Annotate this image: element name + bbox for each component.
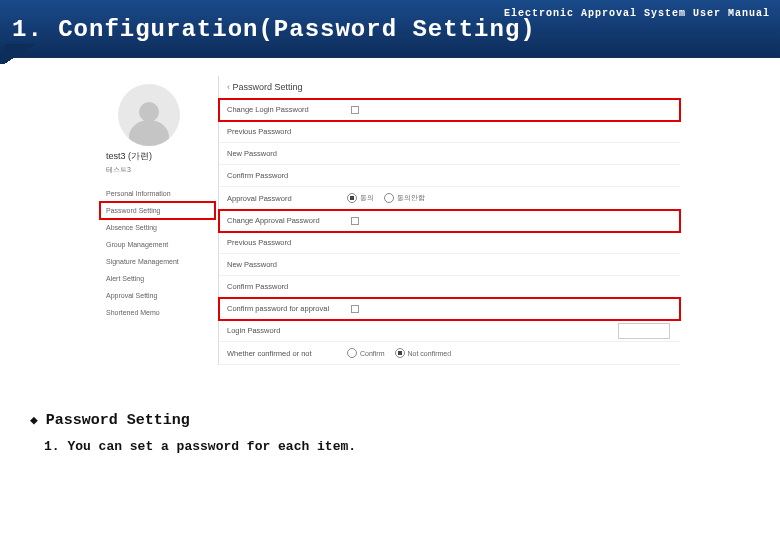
panel-title: Password Setting bbox=[219, 76, 680, 99]
approval-confirm-label: Confirm Password bbox=[227, 282, 347, 291]
radio-label: Confirm bbox=[360, 350, 385, 357]
sidebar-item-personal[interactable]: Personal Information bbox=[100, 185, 215, 202]
notes: Password Setting 1. You can set a passwo… bbox=[30, 412, 356, 454]
approval-new-row: New Password bbox=[219, 254, 680, 276]
whether-confirmed-row: Whether confirmed or not Confirm Not con… bbox=[219, 342, 680, 365]
username: test3 (가련) bbox=[106, 150, 215, 163]
sidebar-item-label: Personal Information bbox=[106, 190, 171, 197]
sidebar-item-alert[interactable]: Alert Setting bbox=[100, 270, 215, 287]
sidebar-item-label: Absence Setting bbox=[106, 224, 157, 231]
sidebar-item-label: Shortened Memo bbox=[106, 309, 160, 316]
whether-radio-2[interactable]: Not confirmed bbox=[395, 348, 452, 358]
sidebar-item-label: Password Setting bbox=[106, 207, 160, 214]
change-login-password-row: Change Login Password bbox=[219, 99, 680, 121]
radio-label: 동의안함 bbox=[397, 193, 425, 203]
embedded-screenshot: test3 (가련) 테스트3 Personal Information Pas… bbox=[100, 76, 680, 408]
settings-panel: Password Setting Change Login Password P… bbox=[218, 76, 680, 365]
confirm-password-approval-label: Confirm password for approval bbox=[227, 304, 347, 313]
approval-password-label: Approval Password bbox=[227, 194, 347, 203]
profile-panel: test3 (가련) 테스트3 Personal Information Pas… bbox=[100, 76, 215, 321]
page-header: 1. Configuration(Password Setting) Elect… bbox=[0, 0, 780, 58]
whether-radio-1[interactable]: Confirm bbox=[347, 348, 385, 358]
side-menu: Personal Information Password Setting Ab… bbox=[100, 185, 215, 321]
sidebar-item-label: Approval Setting bbox=[106, 292, 157, 299]
sidebar-item-group[interactable]: Group Management bbox=[100, 236, 215, 253]
login-prev-label: Previous Password bbox=[227, 127, 347, 136]
login-confirm-row: Confirm Password bbox=[219, 165, 680, 187]
avatar bbox=[118, 84, 180, 146]
approval-radio-2[interactable]: 동의안함 bbox=[384, 193, 425, 203]
notes-heading: Password Setting bbox=[30, 412, 356, 429]
approval-prev-label: Previous Password bbox=[227, 238, 347, 247]
sidebar-item-shortened[interactable]: Shortened Memo bbox=[100, 304, 215, 321]
sidebar-item-absence[interactable]: Absence Setting bbox=[100, 219, 215, 236]
approval-radio-1[interactable]: 동의 bbox=[347, 193, 374, 203]
approval-password-radio-row: Approval Password 동의 동의안함 bbox=[219, 187, 680, 210]
radio-label: 동의 bbox=[360, 193, 374, 203]
change-login-password-label: Change Login Password bbox=[227, 105, 347, 114]
sidebar-item-label: Group Management bbox=[106, 241, 168, 248]
change-login-password-checkbox[interactable] bbox=[351, 106, 359, 114]
page-title: 1. Configuration(Password Setting) bbox=[12, 16, 536, 43]
login-confirm-label: Confirm Password bbox=[227, 171, 347, 180]
change-approval-password-row: Change Approval Password bbox=[219, 210, 680, 232]
approval-confirm-row: Confirm Password bbox=[219, 276, 680, 298]
approval-prev-row: Previous Password bbox=[219, 232, 680, 254]
login-prev-row: Previous Password bbox=[219, 121, 680, 143]
login-new-label: New Password bbox=[227, 149, 347, 158]
approval-new-label: New Password bbox=[227, 260, 347, 269]
login-password-row: Login Password bbox=[219, 320, 680, 342]
radio-label: Not confirmed bbox=[408, 350, 452, 357]
change-approval-password-label: Change Approval Password bbox=[227, 216, 347, 225]
whether-confirmed-label: Whether confirmed or not bbox=[227, 349, 347, 358]
notes-line-1: 1. You can set a password for each item. bbox=[44, 439, 356, 454]
sidebar-item-signature[interactable]: Signature Management bbox=[100, 253, 215, 270]
sidebar-item-password[interactable]: Password Setting bbox=[100, 202, 215, 219]
save-button[interactable] bbox=[618, 323, 670, 339]
login-password-label: Login Password bbox=[227, 326, 347, 335]
confirm-password-approval-row: Confirm password for approval bbox=[219, 298, 680, 320]
confirm-password-approval-checkbox[interactable] bbox=[351, 305, 359, 313]
change-approval-password-checkbox[interactable] bbox=[351, 217, 359, 225]
sidebar-item-approval[interactable]: Approval Setting bbox=[100, 287, 215, 304]
sidebar-item-label: Signature Management bbox=[106, 258, 179, 265]
sidebar-item-label: Alert Setting bbox=[106, 275, 144, 282]
manual-title: Electronic Approval System User Manual bbox=[504, 8, 770, 19]
login-new-row: New Password bbox=[219, 143, 680, 165]
user-company: 테스트3 bbox=[106, 165, 215, 175]
